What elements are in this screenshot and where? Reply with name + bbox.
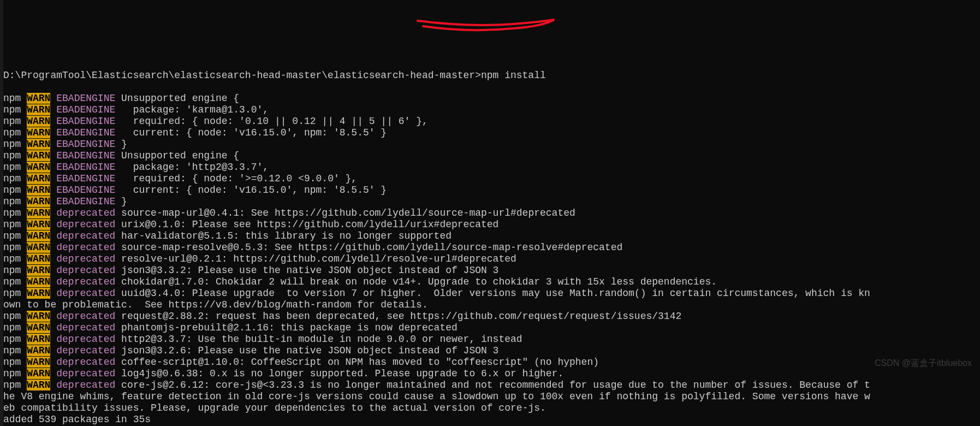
log-code: EBADENGINE (56, 196, 115, 207)
log-prefix: npm (3, 230, 21, 241)
log-prefix: npm (3, 208, 21, 218)
log-msg: own to be problematic. See https://v8.de… (3, 299, 428, 310)
log-prefix: npm (3, 219, 21, 230)
log-level: WARN (27, 208, 50, 218)
log-level: WARN (27, 345, 50, 356)
log-prefix: npm (3, 334, 21, 345)
log-level: WARN (27, 150, 50, 161)
log-msg: coffee-script@1.10.0: CoffeeScript on NP… (115, 357, 599, 368)
log-msg: } (115, 139, 127, 150)
log-line: npm WARN deprecated json3@3.2.6: Please … (3, 345, 977, 357)
log-code: EBADENGINE (56, 139, 115, 150)
log-prefix: npm (3, 288, 21, 299)
log-code: deprecated (56, 208, 115, 218)
log-line: npm WARN deprecated har-validator@5.1.5:… (3, 230, 977, 242)
log-prefix: npm (3, 162, 21, 173)
log-msg: current: { node: 'v16.15.0', npm: '8.5.5… (115, 127, 387, 138)
log-prefix: npm (3, 311, 21, 322)
log-level: WARN (27, 368, 50, 379)
log-code: deprecated (56, 288, 115, 299)
log-line: npm WARN EBADENGINE current: { node: 'v1… (3, 185, 977, 196)
log-line: npm WARN deprecated chokidar@1.7.0: Chok… (3, 276, 977, 288)
log-line: npm WARN deprecated urix@0.1.0: Please s… (3, 219, 977, 230)
log-line: npm WARN EBADENGINE } (3, 139, 977, 150)
log-prefix: npm (3, 173, 21, 184)
log-prefix: npm (3, 242, 21, 253)
log-line: npm WARN deprecated request@2.88.2: requ… (3, 311, 977, 322)
log-code: EBADENGINE (56, 104, 115, 115)
log-prefix: npm (3, 276, 21, 287)
terminal-output: npm WARN EBADENGINE Unsupported engine {… (3, 93, 977, 425)
log-level: WARN (27, 93, 50, 104)
log-prefix: npm (3, 185, 21, 196)
log-continuation: own to be problematic. See https://v8.de… (3, 299, 977, 311)
log-level: WARN (27, 311, 50, 322)
log-code: EBADENGINE (56, 185, 115, 196)
command-prompt-line[interactable]: D:\ProgramTool\Elasticsearch\elasticsear… (3, 70, 977, 81)
log-level: WARN (27, 334, 50, 345)
log-msg: log4js@0.6.38: 0.x is no longer supporte… (115, 368, 563, 379)
log-line: npm WARN deprecated source-map-resolve@0… (3, 242, 977, 253)
log-msg: har-validator@5.1.5: this library is no … (115, 230, 452, 241)
log-line: npm WARN EBADENGINE package: 'karma@1.3.… (3, 104, 977, 116)
log-level: WARN (27, 173, 50, 184)
log-prefix: npm (3, 93, 21, 104)
log-level: WARN (27, 288, 50, 299)
log-code: deprecated (56, 368, 115, 379)
log-line: npm WARN deprecated uuid@3.4.0: Please u… (3, 288, 977, 299)
log-code: EBADENGINE (56, 127, 115, 138)
log-prefix: npm (3, 139, 21, 150)
log-code: deprecated (56, 242, 115, 253)
log-code: EBADENGINE (56, 93, 115, 104)
log-level: WARN (27, 242, 50, 253)
log-msg: Unsupported engine { (115, 150, 239, 161)
log-level: WARN (27, 139, 50, 150)
log-msg: json3@3.2.6: Please use the native JSON … (115, 345, 498, 356)
log-prefix: npm (3, 380, 21, 390)
log-msg: required: { node: '>=0.12.0 <9.0.0' }, (115, 173, 357, 184)
log-code: deprecated (56, 265, 115, 276)
log-line: npm WARN deprecated phantomjs-prebuilt@2… (3, 322, 977, 334)
log-line: npm WARN EBADENGINE required: { node: '>… (3, 173, 977, 185)
log-level: WARN (27, 380, 50, 390)
log-msg: eb compatibility issues. Please, upgrade… (3, 403, 546, 413)
log-prefix: npm (3, 357, 21, 368)
log-msg: he V8 engine whims, feature detection in… (3, 391, 870, 402)
log-level: WARN (27, 357, 50, 368)
log-level: WARN (27, 265, 50, 276)
log-code: deprecated (56, 230, 115, 241)
log-level: WARN (27, 253, 50, 264)
log-code: deprecated (56, 322, 115, 333)
log-msg: core-js@2.6.12: core-js@<3.23.3 is no lo… (115, 380, 870, 390)
log-msg: urix@0.1.0: Please see https://github.co… (115, 219, 498, 230)
log-level: WARN (27, 322, 50, 333)
log-prefix: npm (3, 116, 21, 127)
log-line: npm WARN EBADENGINE } (3, 196, 977, 208)
log-code: deprecated (56, 253, 115, 264)
log-line: npm WARN deprecated core-js@2.6.12: core… (3, 380, 977, 391)
log-msg: package: 'karma@1.3.0', (115, 104, 269, 115)
log-level: WARN (27, 162, 50, 173)
log-line: npm WARN deprecated resolve-url@0.2.1: h… (3, 253, 977, 265)
log-prefix: npm (3, 196, 21, 207)
log-msg: } (115, 196, 127, 207)
log-msg: chokidar@1.7.0: Chokidar 2 will break on… (115, 276, 717, 287)
watermark: CSDN @蓝盒子itbluebox (875, 357, 972, 369)
log-level: WARN (27, 104, 50, 115)
log-code: deprecated (56, 357, 115, 368)
log-prefix: npm (3, 253, 21, 264)
annotation-underline (415, 16, 557, 36)
log-msg: resolve-url@0.2.1: https://github.com/ly… (115, 253, 516, 264)
log-code: deprecated (56, 345, 115, 356)
log-code: deprecated (56, 219, 115, 230)
log-msg: source-map-url@0.4.1: See https://github… (115, 208, 575, 218)
log-msg: json3@3.3.2: Please use the native JSON … (115, 265, 498, 276)
log-msg: http2@3.3.7: Use the built-in module in … (115, 334, 522, 345)
log-msg: uuid@3.4.0: Please upgrade to version 7 … (115, 288, 870, 299)
log-prefix: npm (3, 368, 21, 379)
log-level: WARN (27, 127, 50, 138)
log-code: deprecated (56, 380, 115, 390)
log-code: deprecated (56, 276, 115, 287)
log-msg: added 539 packages in 35s (3, 414, 151, 425)
log-line: npm WARN EBADENGINE package: 'http2@3.3.… (3, 162, 977, 173)
